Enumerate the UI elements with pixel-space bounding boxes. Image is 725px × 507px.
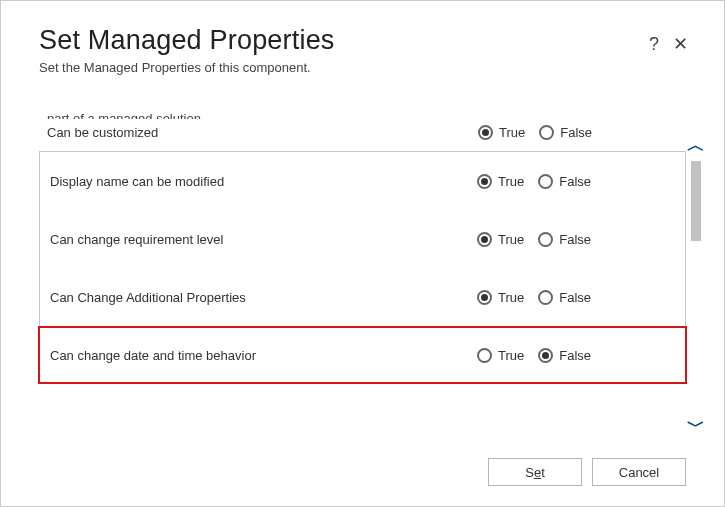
radio-group: True False bbox=[477, 174, 677, 189]
radio-false-icon bbox=[538, 174, 553, 189]
set-button-suffix: t bbox=[541, 465, 545, 480]
help-icon[interactable]: ? bbox=[649, 35, 659, 53]
dialog-header: Set Managed Properties Set the Managed P… bbox=[39, 21, 686, 105]
radio-true-icon bbox=[477, 348, 492, 363]
properties-box: Display name can be modified True False bbox=[39, 151, 686, 383]
radio-false-option[interactable]: False bbox=[538, 232, 591, 247]
radio-false-label: False bbox=[559, 290, 591, 305]
radio-true-icon bbox=[477, 232, 492, 247]
radio-true-label: True bbox=[498, 348, 524, 363]
managed-properties-dialog: Set Managed Properties Set the Managed P… bbox=[1, 1, 724, 506]
radio-false-label: False bbox=[560, 125, 592, 140]
row-can-be-customized: Can be customized True False bbox=[39, 119, 686, 145]
radio-true-option[interactable]: True bbox=[478, 125, 525, 140]
radio-true-option[interactable]: True bbox=[477, 348, 524, 363]
dialog-title: Set Managed Properties bbox=[39, 25, 649, 56]
radio-true-option[interactable]: True bbox=[477, 174, 524, 189]
cancel-button[interactable]: Cancel bbox=[592, 458, 686, 486]
header-icons: ? ✕ bbox=[649, 35, 688, 53]
header-titles: Set Managed Properties Set the Managed P… bbox=[39, 21, 649, 105]
radio-false-icon bbox=[538, 232, 553, 247]
set-button-accel: e bbox=[534, 465, 541, 480]
content-area: part of a managed solution. Can be custo… bbox=[39, 105, 686, 438]
radio-true-icon bbox=[477, 290, 492, 305]
scrollbar[interactable]: ︿ ﹀ bbox=[686, 105, 706, 438]
radio-group: True False bbox=[478, 125, 678, 140]
radio-group: True False bbox=[477, 290, 677, 305]
scroll-thumb[interactable] bbox=[691, 161, 701, 241]
radio-group: True False bbox=[477, 232, 677, 247]
radio-true-option[interactable]: True bbox=[477, 290, 524, 305]
radio-false-icon bbox=[538, 348, 553, 363]
radio-false-icon bbox=[539, 125, 554, 140]
radio-true-option[interactable]: True bbox=[477, 232, 524, 247]
row-label: Display name can be modified bbox=[50, 174, 477, 189]
radio-false-option[interactable]: False bbox=[538, 290, 591, 305]
dialog-subtitle: Set the Managed Properties of this compo… bbox=[39, 60, 649, 75]
radio-false-label: False bbox=[559, 348, 591, 363]
radio-true-icon bbox=[477, 174, 492, 189]
radio-false-icon bbox=[538, 290, 553, 305]
radio-group: True False bbox=[477, 348, 677, 363]
row-label: Can be customized bbox=[47, 125, 478, 140]
radio-true-label: True bbox=[498, 290, 524, 305]
radio-true-label: True bbox=[498, 174, 524, 189]
scroll-up-icon[interactable]: ︿ bbox=[687, 133, 705, 157]
set-button[interactable]: Set bbox=[488, 458, 582, 486]
radio-true-icon bbox=[478, 125, 493, 140]
radio-false-option[interactable]: False bbox=[538, 348, 591, 363]
content-shell: part of a managed solution. Can be custo… bbox=[39, 105, 686, 438]
set-button-prefix: S bbox=[525, 465, 534, 480]
row-display-name: Display name can be modified True False bbox=[40, 152, 685, 210]
radio-true-label: True bbox=[498, 232, 524, 247]
radio-false-option[interactable]: False bbox=[538, 174, 591, 189]
row-label: Can change requirement level bbox=[50, 232, 477, 247]
truncated-text: part of a managed solution. bbox=[39, 111, 686, 119]
radio-false-option[interactable]: False bbox=[539, 125, 592, 140]
radio-true-label: True bbox=[499, 125, 525, 140]
row-date-time-behavior: Can change date and time behavior True F… bbox=[38, 326, 687, 384]
row-requirement-level: Can change requirement level True False bbox=[40, 210, 685, 268]
radio-false-label: False bbox=[559, 174, 591, 189]
row-additional-properties: Can Change Additional Properties True Fa… bbox=[40, 268, 685, 326]
radio-false-label: False bbox=[559, 232, 591, 247]
dialog-footer: Set Cancel bbox=[39, 438, 686, 486]
scroll-down-icon[interactable]: ﹀ bbox=[687, 414, 705, 438]
row-label: Can change date and time behavior bbox=[50, 348, 477, 363]
row-label: Can Change Additional Properties bbox=[50, 290, 477, 305]
close-icon[interactable]: ✕ bbox=[673, 35, 688, 53]
